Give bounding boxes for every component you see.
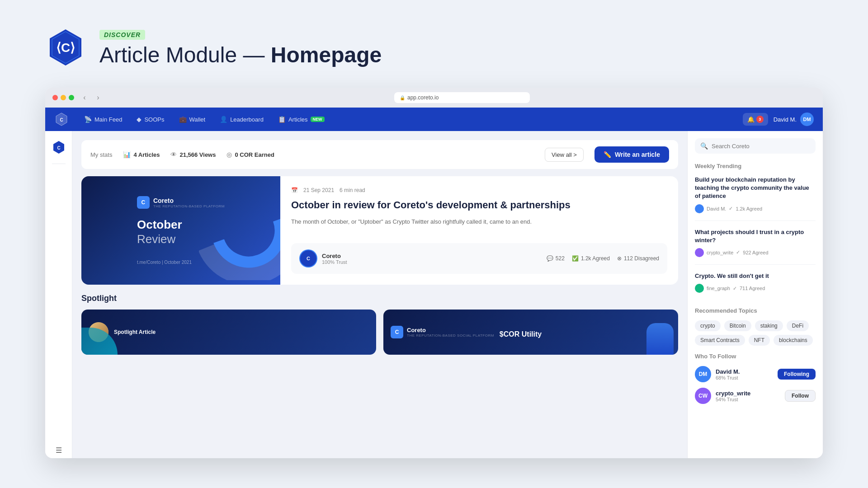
write-icon: ✏️ [604,151,611,158]
browser-chrome: ‹ › 🔒 app.coreto.io [45,88,823,108]
dot-green[interactable] [69,95,74,100]
topic-smart-contracts[interactable]: Smart Contracts [695,335,745,346]
svg-text:⟨C⟩: ⟨C⟩ [56,41,75,55]
article-title[interactable]: October in review for Coreto's developme… [291,199,667,212]
spotlight-grid: Spotlight Article C Coreto [81,310,678,355]
dot-yellow[interactable] [61,95,66,100]
follow-section: Who to follow DM David M. 68% Trust Foll… [695,353,816,404]
nav-label-soops: SOOPs [144,116,164,123]
spotlight-title: Spotlight [81,294,678,303]
trending-title: Weekly trending [695,163,816,169]
page-header: ⟨C⟩ DISCOVER Article Module — Homepage [0,0,868,88]
write-article-button[interactable]: ✏️ Write an article [594,146,669,163]
trending-title-3[interactable]: Crypto. We still don't get it [695,272,816,280]
article-image-title: October Review [137,218,225,246]
leaderboard-icon: 👤 [220,116,227,123]
views-stat: 👁 21,566 Views [170,151,216,158]
articles-count: 4 Articles [133,151,160,158]
trending-author-3: fine_graph ✓ 711 Agreed [695,284,816,293]
page-title-bold: Homepage [271,43,382,67]
browser-window: ‹ › 🔒 app.coreto.io C 📡 Main Feed ◆ SOOP… [45,88,823,458]
brand-logo: C [137,196,150,209]
search-input[interactable] [712,143,810,150]
comment-icon: 💬 [547,255,553,262]
nav-items: 📡 Main Feed ◆ SOOPs 💼 Wallet 👤 Leaderboa… [78,112,743,127]
comments-count: 522 [556,255,565,262]
topic-staking[interactable]: staking [755,320,783,331]
follow-button-1[interactable]: Following [778,369,816,380]
article-meta: 📅 21 Sep 2021 6 min read [291,187,667,193]
article-read-time: 6 min read [340,187,365,193]
articles-stat-icon: 📊 [123,151,131,158]
trending-item-3: Crypto. We still don't get it fine_graph… [695,272,816,300]
trending-title-2[interactable]: What projects should I trust in a crypto… [695,228,816,244]
nav-item-soops[interactable]: ◆ SOOPs [130,112,170,127]
follow-item-2: CW crypto_write 54% Trust Follow [695,388,816,404]
nav-item-wallet[interactable]: 💼 Wallet [173,112,212,127]
forward-button[interactable]: › [93,93,103,103]
check-icon-3: ✓ [733,286,737,291]
author-avatar: C [300,250,316,267]
user-avatar: DM [800,113,814,126]
author-avatar-ring: C [299,249,317,267]
trending-title-1[interactable]: Build your blockchain reputation by teac… [695,176,816,201]
trending-item-1: Build your blockchain reputation by teac… [695,176,816,221]
header-text: DISCOVER Article Module — Homepage [99,30,382,67]
page-title: Article Module — Homepage [99,42,382,67]
calendar-icon: 📅 [291,187,298,193]
topic-crypto[interactable]: crypto [695,320,721,331]
discover-badge: DISCOVER [99,30,145,40]
disagreed-stat: ⊗ 112 Disagreed [617,255,659,262]
topic-bitcoin[interactable]: Bitcoin [724,320,751,331]
browser-nav: ‹ › [80,93,103,103]
trending-author-name-2: crypto_write [707,250,733,255]
trending-item-2: What projects should I trust in a crypto… [695,228,816,265]
robot-decoration [646,323,674,355]
content-area: My stats 📊 4 Articles 👁 21,566 Views ◎ 0… [72,131,687,458]
nav-item-articles[interactable]: 📋 Articles NEW [272,112,331,127]
trending-author-name-1: David M. [707,206,726,211]
topics-grid: crypto Bitcoin staking DeFi Smart Contra… [695,320,816,346]
views-count: 21,566 Views [179,151,216,158]
topics-section: Recommended topics crypto Bitcoin stakin… [695,307,816,346]
back-button[interactable]: ‹ [80,93,90,103]
articles-icon: 📋 [278,116,286,123]
topic-blockchains[interactable]: blockchains [774,335,813,346]
trending-author-2: crypto_write ✓ 922 Agreed [695,248,816,257]
cor-stat-icon: ◎ [226,151,232,158]
bell-icon: 🔔 [747,116,755,123]
trending-avatar-3 [695,284,704,293]
nav-item-main-feed[interactable]: 📡 Main Feed [78,112,128,127]
articles-stat: 📊 4 Articles [123,151,160,158]
notification-button[interactable]: 🔔 3 [743,113,768,126]
agreed-count: 1.2k Agreed [581,255,610,262]
lock-icon: 🔒 [400,95,405,100]
spotlight-card-2[interactable]: C Coreto THE REPUTATION-BASED SOCIAL PLA… [383,310,678,355]
dot-red[interactable] [52,95,58,100]
topic-defi[interactable]: DeFi [787,320,809,331]
views-stat-icon: 👁 [170,151,177,158]
svg-text:C: C [57,145,60,150]
nav-item-leaderboard[interactable]: 👤 Leaderboard [213,112,270,127]
article-stats: 💬 522 ✅ 1.2k Agreed ⊗ 112 Disagreed [547,255,659,262]
sidebar-menu-button[interactable]: ☰ [56,446,62,455]
user-info[interactable]: David M. DM [774,113,814,126]
write-label: Write an article [615,151,660,158]
view-all-button[interactable]: View all > [545,148,584,162]
featured-article: C Coreto THE REPUTATION-BASED PLATFORM O… [81,176,678,285]
sidebar-logo[interactable]: C [52,140,66,155]
topic-nft[interactable]: NFT [749,335,770,346]
trending-author-name-3: fine_graph [707,286,730,291]
follow-button-2[interactable]: Follow [785,390,816,402]
address-bar[interactable]: 🔒 app.coreto.io [394,92,530,103]
follow-title: Who to follow [695,353,816,360]
agreed-icon: ✅ [572,255,579,262]
coreto-logo-small: C [391,326,403,338]
follow-item-1: DM David M. 68% Trust Following [695,366,816,382]
follow-info-1: David M. 68% Trust [716,368,773,380]
article-author: C Coreto 100% Trust [299,249,347,267]
teal-decoration [81,328,118,355]
spotlight-card-1[interactable]: Spotlight Article [81,310,376,355]
trending-avatar-1 [695,204,704,213]
search-box[interactable]: 🔍 [695,138,816,154]
